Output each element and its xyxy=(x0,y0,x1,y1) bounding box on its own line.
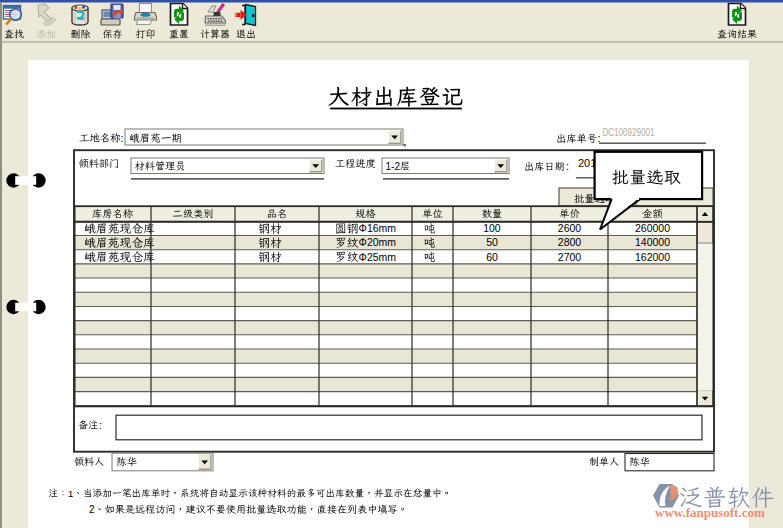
svg-text::: : xyxy=(566,160,569,172)
svg-text:100: 100 xyxy=(483,222,501,234)
svg-text:www.fanpusoft.com: www.fanpusoft.com xyxy=(655,505,765,520)
svg-text:60: 60 xyxy=(486,251,498,263)
svg-text:260000: 260000 xyxy=(635,222,670,234)
svg-text:162000: 162000 xyxy=(635,251,670,263)
svg-text:2800: 2800 xyxy=(558,236,582,248)
svg-text:140000: 140000 xyxy=(635,236,670,248)
svg-text:Φ25mm: Φ25mm xyxy=(359,251,397,263)
svg-text::: : xyxy=(99,419,102,431)
svg-text::: : xyxy=(121,132,124,144)
svg-text:2: 2 xyxy=(89,504,95,515)
svg-text:Φ20mm: Φ20mm xyxy=(359,236,397,248)
svg-text:DC100929001: DC100929001 xyxy=(603,126,655,138)
svg-text:Φ16mm: Φ16mm xyxy=(359,222,397,234)
svg-text:1: 1 xyxy=(68,488,73,499)
svg-text:2700: 2700 xyxy=(558,251,582,263)
svg-text:1-2: 1-2 xyxy=(386,161,401,172)
svg-text:50: 50 xyxy=(486,236,498,248)
svg-text:2600: 2600 xyxy=(558,222,582,234)
svg-text::: : xyxy=(598,132,601,144)
